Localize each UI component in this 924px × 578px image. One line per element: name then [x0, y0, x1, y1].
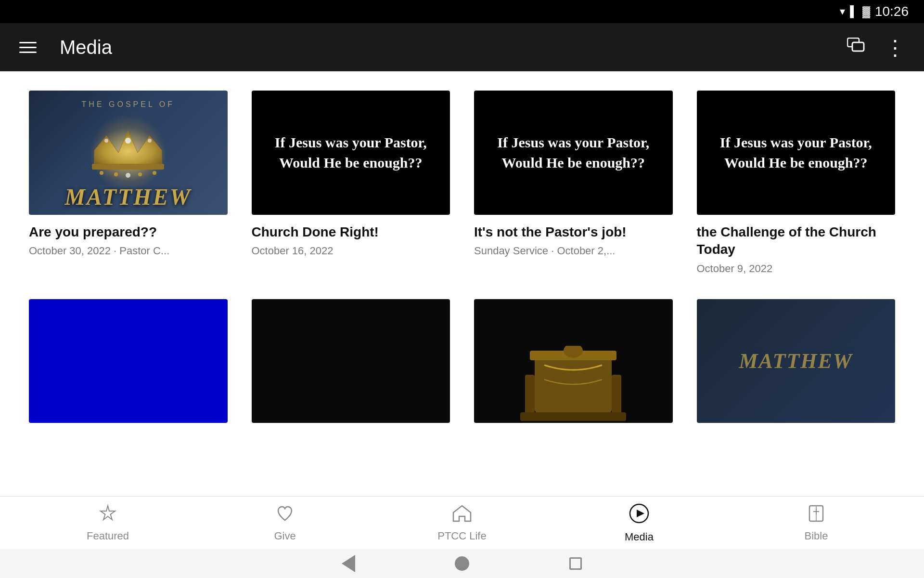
- card-1-title: Are you prepared??: [29, 223, 228, 241]
- ptcc-life-icon: [452, 504, 472, 526]
- jesus-thumb-2: If Jesus was your Pastor, Would He be en…: [252, 91, 450, 215]
- home-button[interactable]: [453, 555, 471, 572]
- nav-item-bible[interactable]: Bible: [787, 504, 845, 542]
- blue-thumb: [29, 299, 228, 423]
- status-bar: ▾ ▌ ▓ 10:26: [0, 0, 924, 23]
- card-3-subtitle: Sunday Service · October 2,...: [474, 245, 673, 257]
- back-button[interactable]: [340, 555, 357, 572]
- recents-icon: [569, 557, 582, 570]
- gospel-label: THE GOSPEL OF: [82, 100, 175, 108]
- featured-icon: [98, 504, 117, 526]
- main-content: THE GOSPEL OF: [0, 71, 924, 525]
- jesus-thumb-4: If Jesus was your Pastor, Would He be en…: [697, 91, 896, 215]
- matthew2-thumb: MATTHEW: [697, 299, 896, 423]
- jesus-text-3: If Jesus was your Pastor, Would He be en…: [474, 123, 673, 183]
- card-4-title: the Challenge of the Church Today: [697, 223, 896, 259]
- chat-icon[interactable]: [847, 38, 865, 57]
- svg-point-9: [114, 172, 118, 176]
- svg-rect-7: [92, 164, 164, 170]
- signal-icon: ▌: [850, 5, 858, 18]
- black-thumb: [252, 299, 450, 423]
- throne-thumb: [474, 299, 673, 423]
- ptcc-life-label: PTCC Life: [437, 530, 486, 542]
- card-3-title: It's not the Pastor's job!: [474, 223, 673, 241]
- svg-marker-20: [637, 510, 644, 517]
- matthew-main-text: MATTHEW: [64, 184, 192, 210]
- media-card-4[interactable]: If Jesus was your Pastor, Would He be en…: [697, 91, 896, 275]
- media-grid: THE GOSPEL OF: [29, 91, 895, 432]
- media-thumb-1: THE GOSPEL OF: [29, 91, 228, 215]
- bible-icon: [807, 504, 826, 526]
- media-card-6[interactable]: [252, 299, 450, 432]
- nav-item-featured[interactable]: Featured: [79, 504, 137, 542]
- card-2-subtitle: October 16, 2022: [252, 245, 450, 257]
- status-time: 10:26: [875, 4, 909, 19]
- media-card-8[interactable]: MATTHEW: [697, 299, 896, 432]
- media-card-5[interactable]: [29, 299, 228, 432]
- jesus-text-4: If Jesus was your Pastor, Would He be en…: [697, 123, 896, 183]
- jesus-text-2: If Jesus was your Pastor, Would He be en…: [252, 123, 450, 183]
- media-card-3[interactable]: If Jesus was your Pastor, Would He be en…: [474, 91, 673, 275]
- media-thumb-7: [474, 299, 673, 423]
- svg-rect-14: [525, 375, 535, 413]
- bottom-nav: Featured Give PTCC Life Media: [0, 496, 924, 549]
- top-bar-right: ⋮: [847, 35, 905, 60]
- more-options-icon[interactable]: ⋮: [885, 35, 905, 60]
- media-thumb-6: [252, 299, 450, 423]
- svg-point-8: [100, 171, 103, 175]
- top-bar-left: Media: [19, 37, 112, 58]
- card-4-subtitle: October 9, 2022: [697, 263, 896, 275]
- featured-label: Featured: [87, 530, 129, 542]
- back-icon: [342, 555, 355, 572]
- media-thumb-3: If Jesus was your Pastor, Would He be en…: [474, 91, 673, 215]
- give-label: Give: [274, 530, 295, 542]
- give-icon: [275, 504, 295, 526]
- page-title: Media: [60, 37, 112, 58]
- svg-point-6: [148, 139, 152, 143]
- media-label: Media: [625, 531, 654, 543]
- media-card-2[interactable]: If Jesus was your Pastor, Would He be en…: [252, 91, 450, 275]
- jesus-thumb-3: If Jesus was your Pastor, Would He be en…: [474, 91, 673, 215]
- bible-label: Bible: [805, 530, 828, 542]
- home-icon: [455, 556, 469, 571]
- svg-point-10: [126, 173, 130, 178]
- media-card-7[interactable]: [474, 299, 673, 432]
- nav-item-media[interactable]: Media: [610, 503, 668, 543]
- system-nav-bar: [0, 549, 924, 578]
- matthew2-text: MATTHEW: [739, 349, 853, 373]
- media-thumb-8: MATTHEW: [697, 299, 896, 423]
- battery-icon: ▓: [862, 5, 870, 18]
- status-icons: ▾ ▌ ▓ 10:26: [840, 4, 909, 19]
- media-icon: [629, 503, 650, 527]
- nav-item-give[interactable]: Give: [256, 504, 314, 542]
- nav-item-ptcc-life[interactable]: PTCC Life: [433, 504, 491, 542]
- svg-rect-1: [852, 42, 864, 51]
- recents-button[interactable]: [567, 555, 584, 572]
- matthew-thumb: THE GOSPEL OF: [29, 91, 228, 215]
- media-card-1[interactable]: THE GOSPEL OF: [29, 91, 228, 275]
- svg-rect-15: [612, 375, 621, 413]
- media-thumb-4: If Jesus was your Pastor, Would He be en…: [697, 91, 896, 215]
- media-thumb-5: [29, 299, 228, 423]
- top-bar: Media ⋮: [0, 23, 924, 71]
- svg-point-11: [138, 172, 142, 176]
- media-thumb-2: If Jesus was your Pastor, Would He be en…: [252, 91, 450, 215]
- svg-point-4: [125, 138, 131, 144]
- svg-rect-18: [520, 412, 626, 421]
- card-2-title: Church Done Right!: [252, 223, 450, 241]
- svg-point-5: [104, 139, 108, 143]
- card-1-subtitle: October 30, 2022 · Pastor C...: [29, 245, 228, 257]
- wifi-icon: ▾: [840, 5, 845, 18]
- svg-point-12: [153, 171, 156, 175]
- menu-button[interactable]: [19, 42, 37, 53]
